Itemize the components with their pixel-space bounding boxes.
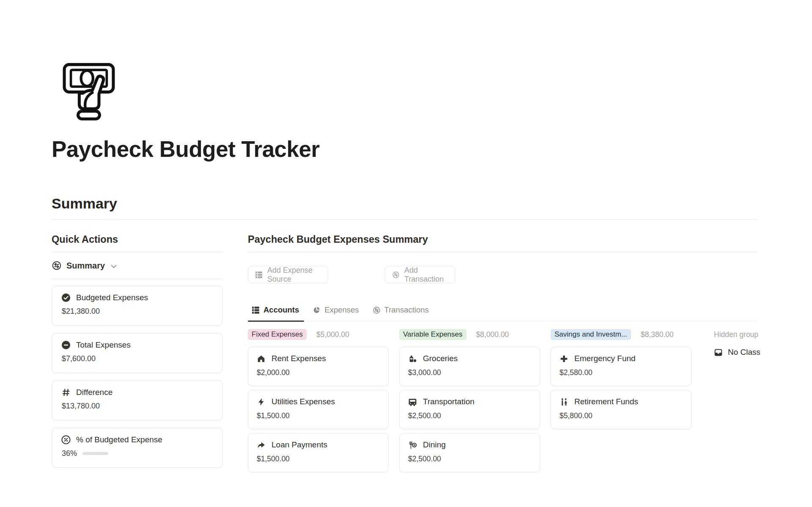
check-circle-icon <box>61 293 71 302</box>
hidden-group-no-classification[interactable]: No Classification <box>714 348 760 357</box>
page-title: Paycheck Budget Tracker <box>52 136 320 162</box>
summary-section-heading: Summary <box>52 195 117 212</box>
card-title: Transportation <box>423 397 475 406</box>
transactions-swap-icon <box>392 271 400 279</box>
groceries-icon <box>408 354 417 363</box>
arrow-forward-icon <box>257 441 266 449</box>
group-badge-fixed-expenses[interactable]: Fixed Expenses <box>248 329 307 340</box>
inbox-icon <box>714 348 723 357</box>
house-icon <box>257 354 266 363</box>
hidden-group-item-label: No Classification <box>728 348 760 357</box>
board-card-transportation[interactable]: Transportation $2,500.00 <box>399 390 540 429</box>
dining-icon <box>408 441 417 449</box>
stat-value: 36% <box>61 449 77 458</box>
card-amount: $5,800.00 <box>560 411 683 420</box>
group-total: $8,380.00 <box>641 330 674 339</box>
hash-icon <box>61 388 71 397</box>
group-badge-savings-investments[interactable]: Savings and Investm... <box>551 329 631 340</box>
card-amount: $3,000.00 <box>408 368 531 377</box>
people-icon <box>560 397 568 406</box>
board-column-hidden-group: Hidden group No Classification <box>702 328 760 474</box>
card-title: Loan Payments <box>272 440 327 449</box>
card-title: Groceries <box>423 354 458 363</box>
add-expense-source-button[interactable]: Add Expense Source <box>248 266 328 283</box>
board-card-utilities-expenses[interactable]: Utilities Expenses $1,500.00 <box>248 390 389 429</box>
bus-icon <box>408 397 417 406</box>
tab-transactions[interactable]: Transactions <box>368 305 434 321</box>
progress-bar <box>82 452 108 455</box>
card-title: Emergency Fund <box>574 354 636 363</box>
card-amount: $2,500.00 <box>408 455 531 463</box>
view-tabs: Accounts Expenses Transactions <box>248 305 758 321</box>
expenses-summary-heading: Paycheck Budget Expenses Summary <box>248 228 758 252</box>
page-canvas: Paycheck Budget Tracker Summary Quick Ac… <box>0 0 812 507</box>
group-total: $5,000.00 <box>316 330 349 339</box>
chevron-down-icon <box>111 265 117 269</box>
view-selector-label: Summary <box>66 261 105 271</box>
quick-action-buttons-row: Add Expense Source Add Transaction <box>248 266 760 283</box>
card-title: Utilities Expenses <box>272 397 335 406</box>
database-icon <box>255 271 263 279</box>
accounts-board: Fixed Expenses $5,000.00 Rent Expenses $… <box>248 328 760 474</box>
board-card-emergency-fund[interactable]: Emergency Fund $2,580.00 <box>551 347 691 386</box>
tab-label: Transactions <box>384 305 429 315</box>
card-amount: $1,500.00 <box>257 455 380 463</box>
quick-actions-heading: Quick Actions <box>52 228 223 252</box>
transactions-swap-icon <box>373 306 381 314</box>
stat-label: Total Expenses <box>76 340 131 350</box>
add-expense-source-label: Add Expense Source <box>267 266 321 284</box>
stat-label: Budgeted Expenses <box>76 293 148 302</box>
stat-card-total-expenses: Total Expenses $7,600.00 <box>52 333 223 373</box>
expenses-summary-column: Paycheck Budget Expenses Summary Add Exp… <box>248 228 760 474</box>
board-column-variable-expenses: Variable Expenses $8,000.00 Groceries $3… <box>399 328 540 474</box>
card-title: Rent Expenses <box>272 354 326 363</box>
board-card-groceries[interactable]: Groceries $3,000.00 <box>399 347 540 386</box>
hidden-group-label[interactable]: Hidden group <box>714 328 760 341</box>
percent-circle-icon <box>61 435 71 444</box>
board-card-rent-expenses[interactable]: Rent Expenses $2,000.00 <box>248 347 389 386</box>
quick-actions-column: Quick Actions Summary Budgeted Expenses … <box>52 228 223 468</box>
card-amount: $1,500.00 <box>257 411 380 420</box>
card-amount: $2,000.00 <box>257 368 380 377</box>
stat-card-difference: Difference $13,780.00 <box>52 381 223 420</box>
stat-label: % of Budgeted Expense <box>76 435 162 444</box>
card-amount: $2,500.00 <box>408 411 531 420</box>
stat-value: $21,380.00 <box>61 307 213 316</box>
group-total: $8,000.00 <box>476 330 509 339</box>
stat-value: $13,780.00 <box>61 402 213 411</box>
add-transaction-label: Add Transaction <box>404 266 448 284</box>
tab-label: Accounts <box>263 305 299 315</box>
board-column-savings-investments: Savings and Investm... $8,380.00 Emergen… <box>551 328 691 474</box>
summary-card-list: Budgeted Expenses $21,380.00 Total Expen… <box>52 286 223 468</box>
tab-accounts[interactable]: Accounts <box>248 305 304 321</box>
add-transaction-button[interactable]: Add Transaction <box>385 266 455 283</box>
stat-card-percent-budgeted: % of Budgeted Expense 36% <box>52 428 223 468</box>
section-divider <box>52 219 758 220</box>
plus-icon <box>560 354 568 363</box>
card-amount: $2,580.00 <box>560 368 683 377</box>
pie-icon <box>313 306 321 314</box>
stat-value: $7,600.00 <box>61 354 213 363</box>
stat-card-budgeted-expenses: Budgeted Expenses $21,380.00 <box>52 286 223 326</box>
board-card-loan-payments[interactable]: Loan Payments $1,500.00 <box>248 433 389 472</box>
board-column-fixed-expenses: Fixed Expenses $5,000.00 Rent Expenses $… <box>248 328 389 474</box>
board-card-dining[interactable]: Dining $2,500.00 <box>399 433 540 472</box>
tab-label: Expenses <box>324 305 359 315</box>
money-hand-icon[interactable] <box>61 58 116 121</box>
tab-expenses[interactable]: Expenses <box>307 305 364 321</box>
minus-circle-icon <box>61 340 71 350</box>
card-title: Retirement Funds <box>574 397 638 406</box>
bolt-icon <box>257 397 266 406</box>
group-badge-variable-expenses[interactable]: Variable Expenses <box>399 329 466 340</box>
database-icon <box>252 306 260 314</box>
board-card-retirement-funds[interactable]: Retirement Funds $5,800.00 <box>551 390 691 429</box>
stat-label: Difference <box>76 388 112 397</box>
transactions-swap-icon <box>52 260 62 271</box>
card-title: Dining <box>423 440 446 449</box>
view-selector-summary[interactable]: Summary <box>52 252 223 279</box>
